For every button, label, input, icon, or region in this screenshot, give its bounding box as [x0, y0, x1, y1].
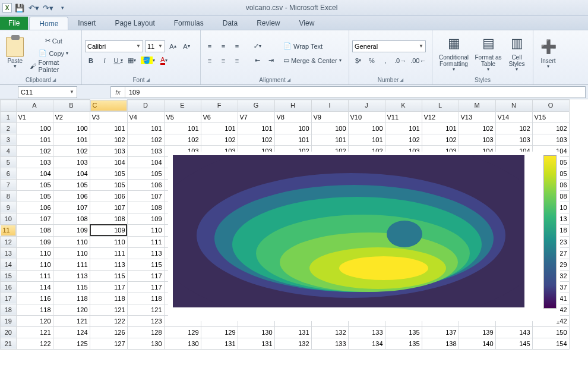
cell[interactable]: 103 [127, 145, 164, 156]
cell[interactable]: 100 [53, 122, 90, 134]
cell[interactable]: 103 [495, 134, 532, 145]
increase-font-button[interactable]: A▴ [167, 40, 179, 52]
cell[interactable]: 100 [274, 122, 311, 134]
increase-indent-button[interactable]: ⇥ [265, 55, 277, 67]
cell[interactable]: 120 [16, 315, 53, 326]
cell[interactable]: 110 [53, 236, 90, 247]
cell[interactable]: 121 [127, 304, 164, 315]
cell[interactable]: 102 [90, 134, 127, 145]
cell[interactable]: 154 [532, 338, 569, 349]
currency-button[interactable]: $▾ [352, 55, 364, 67]
cell[interactable]: 122 [90, 315, 127, 326]
save-icon[interactable]: 💾 [13, 1, 26, 14]
cell[interactable]: 101 [16, 134, 53, 145]
row-header[interactable]: 18 [1, 304, 17, 315]
cell[interactable]: 120 [53, 304, 90, 315]
cell[interactable]: 108 [16, 224, 53, 236]
cell[interactable]: 109 [90, 224, 127, 236]
column-header[interactable]: K [385, 100, 422, 112]
decrease-indent-button[interactable]: ⇤ [251, 55, 263, 67]
row-header[interactable]: 15 [1, 270, 17, 281]
cell[interactable]: 130 [127, 338, 164, 349]
cell[interactable]: 127 [90, 338, 127, 349]
number-format-select[interactable]: General▼ [352, 40, 426, 52]
undo-icon[interactable]: ↶▾ [27, 1, 40, 14]
cell[interactable]: 101 [201, 122, 238, 134]
insert-cells-button[interactable]: ➕ Insert▾ [536, 33, 560, 74]
cell[interactable]: V14 [495, 111, 532, 122]
row-header[interactable]: 11 [1, 225, 16, 236]
qat-customize-icon[interactable]: ▾ [56, 1, 69, 14]
cell[interactable]: 104 [53, 168, 90, 179]
cell[interactable]: 118 [16, 304, 53, 315]
column-header[interactable]: I [311, 100, 348, 112]
cell[interactable]: 118 [53, 293, 90, 304]
font-name-select[interactable]: Calibri▼ [85, 40, 143, 52]
cell[interactable]: V11 [385, 111, 422, 122]
cell[interactable]: 140 [459, 338, 495, 349]
cell[interactable]: 143 [495, 326, 532, 338]
formula-input[interactable]: fx 109 [110, 86, 586, 98]
cell[interactable]: 130 [238, 326, 274, 338]
cell[interactable]: 101 [90, 122, 127, 134]
cell[interactable]: V5 [164, 111, 201, 122]
cell[interactable]: 108 [53, 213, 90, 224]
cell[interactable]: 105 [90, 168, 127, 179]
cell[interactable]: V10 [348, 111, 385, 122]
cell[interactable]: 101 [311, 134, 348, 145]
row-header[interactable]: 7 [1, 179, 17, 190]
row-header[interactable]: 14 [1, 259, 17, 270]
paste-button[interactable]: Paste ▼ [3, 33, 27, 74]
format-as-table-button[interactable]: ▤ Format as Table▾ [474, 33, 502, 74]
column-header[interactable]: E [164, 100, 201, 112]
cell[interactable]: 101 [53, 134, 90, 145]
tab-data[interactable]: Data [213, 17, 247, 30]
cell[interactable]: 107 [90, 202, 127, 213]
cell[interactable]: 102 [532, 122, 569, 134]
redo-icon[interactable]: ↷▾ [42, 1, 55, 14]
align-bottom-button[interactable]: ≡ [231, 40, 243, 52]
cell[interactable]: 107 [127, 190, 164, 202]
bold-button[interactable]: B [85, 55, 97, 67]
align-top-button[interactable]: ≡ [204, 40, 216, 52]
cell[interactable]: 105 [16, 179, 53, 190]
column-header[interactable]: D [127, 100, 164, 112]
font-color-button[interactable]: A▾ [158, 55, 170, 67]
column-header[interactable]: C [90, 100, 127, 111]
cell[interactable]: 117 [127, 270, 164, 281]
row-header[interactable]: 1 [1, 111, 17, 122]
cell[interactable]: V8 [274, 111, 311, 122]
cell[interactable]: 131 [238, 338, 274, 349]
cell[interactable]: V1 [16, 111, 53, 122]
cell[interactable]: 109 [127, 213, 164, 224]
underline-button[interactable]: U ▾ [112, 55, 124, 67]
row-header[interactable]: 2 [1, 122, 17, 134]
cell[interactable]: 129 [201, 326, 238, 338]
row-header[interactable]: 19 [1, 315, 17, 326]
cell[interactable]: 117 [90, 281, 127, 293]
cell[interactable]: 102 [16, 145, 53, 156]
cell[interactable]: 109 [53, 224, 90, 236]
cell[interactable]: 125 [53, 338, 90, 349]
tab-home[interactable]: Home [29, 17, 68, 30]
column-header[interactable]: F [201, 100, 238, 112]
cell[interactable]: 118 [127, 293, 164, 304]
format-painter-button[interactable]: 🖌 Format Painter [29, 60, 78, 72]
cell[interactable]: 115 [90, 270, 127, 281]
cell[interactable]: 103 [90, 145, 127, 156]
row-header[interactable]: 17 [1, 293, 17, 304]
cell[interactable]: 101 [238, 122, 274, 134]
cell[interactable]: 104 [127, 156, 164, 168]
cell[interactable]: V2 [53, 111, 90, 122]
row-header[interactable]: 8 [1, 190, 17, 202]
font-size-select[interactable]: 11▼ [145, 40, 165, 52]
cell[interactable]: V15 [532, 111, 569, 122]
row-header[interactable]: 5 [1, 156, 17, 168]
cell[interactable]: 102 [495, 122, 532, 134]
align-left-button[interactable]: ≡ [204, 55, 216, 67]
cell[interactable]: 135 [385, 338, 422, 349]
cell[interactable]: 132 [311, 326, 348, 338]
align-right-button[interactable]: ≡ [231, 55, 243, 67]
cell[interactable]: 111 [53, 259, 90, 270]
cell[interactable]: 101 [274, 134, 311, 145]
